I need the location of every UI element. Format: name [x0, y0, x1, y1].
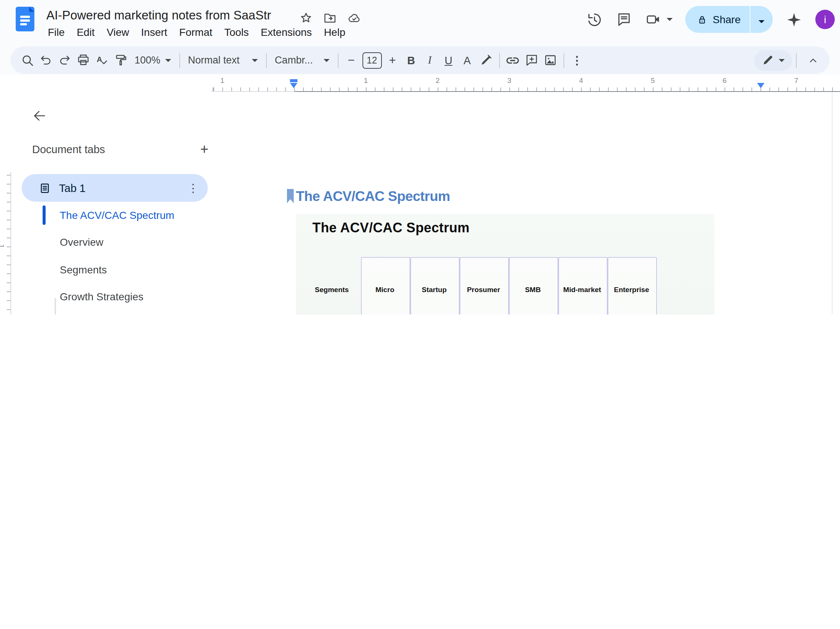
- spellcheck-icon[interactable]: A: [93, 50, 111, 70]
- menu-insert[interactable]: Insert: [135, 24, 174, 40]
- add-comment-icon[interactable]: [522, 50, 541, 70]
- more-toolbar-options[interactable]: ⋮: [568, 50, 586, 70]
- close-sidebar-back-arrow[interactable]: [28, 105, 51, 127]
- vertical-ruler[interactable]: 1 2 3 4 5 6: [0, 172, 11, 314]
- segment-name: Startup: [409, 285, 459, 293]
- italic-button[interactable]: I: [420, 50, 439, 70]
- tab-1-item[interactable]: Tab 1 ⋮: [22, 174, 208, 202]
- segment-name: SMB: [508, 285, 557, 293]
- hide-menus-chevron[interactable]: [804, 50, 822, 70]
- figure-title: The ACV/CAC Spectrum: [313, 221, 470, 236]
- menu-view[interactable]: View: [101, 24, 135, 40]
- share-dropdown[interactable]: [750, 13, 773, 26]
- menu-format[interactable]: Format: [174, 24, 219, 40]
- right-indent-marker[interactable]: [757, 82, 764, 88]
- document-tabs-sidebar: Document tabs + Tab 1 ⋮ The ACV/CAC Spec…: [11, 92, 223, 314]
- figure-segments-label: Segments: [309, 285, 354, 293]
- outline-item[interactable]: Growth Strategies: [43, 283, 219, 311]
- undo-icon[interactable]: [36, 50, 55, 70]
- segment-name: Micro: [360, 285, 409, 293]
- share-label: Share: [712, 13, 741, 25]
- horizontal-ruler[interactable]: 1 1 2 3 4 5 6 7: [212, 76, 840, 92]
- insert-image-icon[interactable]: [541, 50, 559, 70]
- tab-document-icon: [39, 182, 51, 194]
- document-outline: The ACV/CAC Spectrum Overview Segments G…: [43, 202, 219, 314]
- account-avatar[interactable]: i: [815, 10, 835, 29]
- segment-name: Enterprise: [607, 285, 656, 293]
- move-folder-icon[interactable]: [323, 11, 337, 25]
- menu-tools[interactable]: Tools: [218, 24, 254, 40]
- cloud-saved-icon[interactable]: [347, 11, 362, 25]
- share-button[interactable]: Share: [685, 6, 773, 33]
- decrease-font-size-button[interactable]: −: [342, 50, 361, 70]
- segment-name: Mid-market: [557, 285, 607, 293]
- outline-item[interactable]: The ACV/CAC Spectrum: [43, 202, 219, 229]
- highlight-color-icon[interactable]: [477, 50, 495, 70]
- font-size-input[interactable]: 12: [362, 52, 382, 68]
- paragraph-style-select[interactable]: Normal text: [183, 55, 262, 66]
- document-title[interactable]: AI-Powered marketing notes from SaaStr: [46, 8, 271, 22]
- outline-item[interactable]: Product-Led Growth (P...: [43, 310, 219, 314]
- menu-bar: File Edit View Insert Format Tools Exten…: [42, 24, 351, 40]
- gemini-sparkle-icon[interactable]: [785, 11, 803, 28]
- tab-options-icon[interactable]: ⋮: [188, 181, 199, 195]
- menu-file[interactable]: File: [42, 24, 71, 40]
- google-docs-logo-icon[interactable]: [16, 7, 35, 32]
- ruler-ticks: [7, 175, 11, 314]
- underline-button[interactable]: U: [439, 50, 458, 70]
- outline-item[interactable]: Overview: [43, 229, 219, 256]
- paint-format-icon[interactable]: [111, 50, 130, 70]
- search-menus-icon[interactable]: [18, 50, 36, 70]
- text-color-button[interactable]: A: [458, 50, 477, 70]
- menu-extensions[interactable]: Extensions: [255, 24, 318, 40]
- editing-mode-select[interactable]: [754, 50, 792, 71]
- font-select[interactable]: Cambr...: [270, 55, 334, 66]
- menu-help[interactable]: Help: [318, 24, 352, 40]
- svg-text:A: A: [97, 55, 103, 63]
- insert-link-icon[interactable]: [503, 50, 522, 70]
- tab-label: Tab 1: [59, 182, 188, 194]
- document-tabs-title: Document tabs: [32, 143, 105, 155]
- menu-edit[interactable]: Edit: [71, 24, 101, 40]
- acv-cac-spectrum-image[interactable]: The ACV/CAC Spectrum Segments Micro Star…: [296, 214, 714, 314]
- print-icon[interactable]: [74, 50, 93, 70]
- add-tab-button[interactable]: +: [200, 141, 208, 158]
- outline-item[interactable]: Segments: [43, 256, 219, 283]
- zoom-select[interactable]: 100%: [130, 55, 175, 66]
- toolbar: A 100% Normal text Cambr... − 12 + B I U…: [11, 46, 829, 74]
- segment-name: Prosumer: [459, 285, 508, 293]
- increase-font-size-button[interactable]: +: [383, 50, 402, 70]
- lock-icon: [696, 14, 707, 25]
- pencil-icon: [761, 54, 774, 66]
- bold-button[interactable]: B: [402, 50, 420, 70]
- left-indent-marker[interactable]: [290, 79, 297, 88]
- google-docs-window: AI-Powered marketing notes from SaaStr F…: [0, 0, 840, 314]
- version-history-icon[interactable]: [586, 11, 603, 28]
- comments-icon[interactable]: [616, 11, 632, 28]
- redo-icon[interactable]: [55, 50, 74, 70]
- doc-heading-acv-cac[interactable]: The ACV/CAC Spectrum: [296, 188, 450, 205]
- join-call-button[interactable]: [644, 11, 672, 28]
- star-icon[interactable]: [299, 11, 313, 25]
- call-dropdown-caret[interactable]: [666, 18, 672, 21]
